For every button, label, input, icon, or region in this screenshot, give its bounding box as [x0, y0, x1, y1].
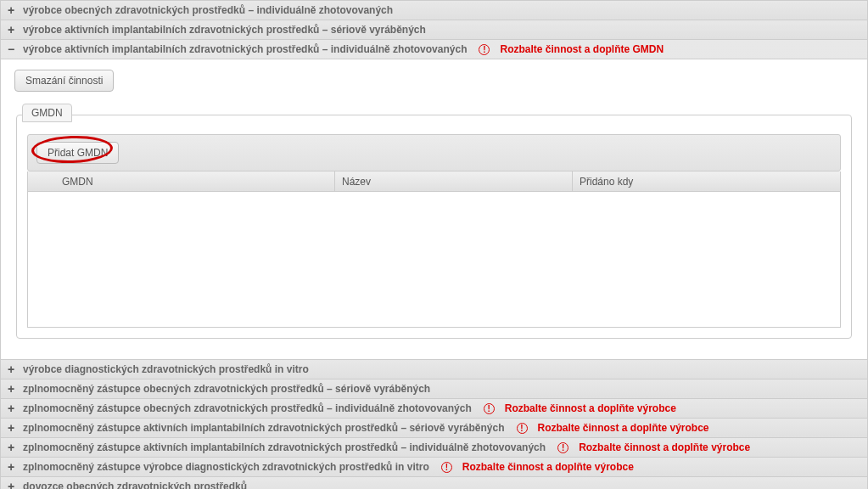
accordion-item: +zplnomocněný zástupce aktivních implant…: [0, 437, 868, 457]
warning-text: Rozbalte činnost a doplňte výrobce: [538, 422, 709, 434]
accordion-item: +zplnomocněný zástupce aktivních implant…: [0, 418, 868, 437]
accordion-header[interactable]: −výrobce aktivních implantabilních zdrav…: [1, 40, 867, 59]
plus-icon[interactable]: +: [6, 481, 16, 489]
accordion-title: zplnomocněný zástupce výrobce diagnostic…: [23, 461, 429, 473]
table-header-added: Přidáno kdy: [573, 171, 840, 192]
warning-icon: !: [479, 44, 490, 55]
accordion-item: +zplnomocněný zástupce obecných zdravotn…: [0, 398, 868, 418]
accordion-header[interactable]: +zplnomocněný zástupce výrobce diagnosti…: [1, 458, 867, 476]
plus-icon[interactable]: +: [6, 24, 16, 36]
accordion-title: dovozce obecných zdravotnických prostřed…: [23, 481, 247, 489]
plus-icon[interactable]: +: [6, 383, 16, 395]
warning-text: Rozbalte činnost a doplňte výrobce: [462, 461, 634, 473]
plus-icon[interactable]: +: [6, 402, 16, 414]
warning-text: Rozbalte činnost a doplňte výrobce: [579, 441, 750, 453]
accordion-title: zplnomocněný zástupce obecných zdravotni…: [23, 402, 472, 414]
plus-icon[interactable]: +: [6, 441, 16, 453]
accordion-header[interactable]: +výrobce obecných zdravotnických prostře…: [1, 1, 867, 20]
accordion-title: zplnomocněný zástupce aktivních implanta…: [23, 422, 505, 434]
accordion-header[interactable]: +výrobce diagnostických zdravotnických p…: [1, 360, 867, 379]
accordion-item: +zplnomocněný zástupce výrobce diagnosti…: [0, 457, 868, 476]
minus-icon[interactable]: −: [6, 43, 16, 55]
warning-icon: !: [517, 423, 528, 434]
warning-text: Rozbalte činnost a doplňte GMDN: [500, 43, 664, 55]
gmdn-legend: GMDN: [22, 104, 72, 122]
accordion-title: výrobce aktivních implantabilních zdravo…: [23, 43, 467, 55]
gmdn-table-body[interactable]: [27, 192, 841, 328]
accordion-item: −výrobce aktivních implantabilních zdrav…: [0, 39, 868, 359]
accordion-header[interactable]: +výrobce aktivních implantabilních zdrav…: [1, 20, 867, 39]
table-header-name: Název: [335, 171, 573, 192]
gmdn-table-header: GMDN Název Přidáno kdy: [27, 171, 841, 192]
plus-icon[interactable]: +: [6, 422, 16, 434]
accordion-title: zplnomocněný zástupce obecných zdravotni…: [23, 383, 430, 395]
plus-icon[interactable]: +: [6, 363, 16, 375]
warning-icon: !: [557, 442, 568, 453]
accordion-header[interactable]: +zplnomocněný zástupce obecných zdravotn…: [1, 399, 867, 418]
accordion-title: výrobce diagnostických zdravotnických pr…: [23, 363, 309, 375]
accordion-title: výrobce aktivních implantabilních zdravo…: [23, 24, 426, 36]
warning-text: Rozbalte činnost a doplňte výrobce: [505, 402, 676, 414]
accordion-item: +výrobce diagnostických zdravotnických p…: [0, 359, 868, 379]
accordion-header[interactable]: +dovozce obecných zdravotnických prostře…: [1, 477, 867, 489]
accordion-item: +zplnomocněný zástupce obecných zdravotn…: [0, 379, 868, 398]
accordion-header[interactable]: +zplnomocněný zástupce obecných zdravotn…: [1, 379, 867, 398]
plus-icon[interactable]: +: [6, 4, 16, 16]
table-header-gmdn: GMDN: [55, 171, 335, 192]
accordion-item: +výrobce aktivních implantabilních zdrav…: [0, 20, 868, 39]
accordion-title: zplnomocněný zástupce aktivních implanta…: [23, 441, 546, 453]
plus-icon[interactable]: +: [6, 461, 16, 473]
accordion-title: výrobce obecných zdravotnických prostřed…: [23, 4, 393, 16]
gmdn-fieldset: GMDN Přidat GMDN GMDN Název Přidáno kdy: [16, 105, 852, 339]
accordion-item: +výrobce obecných zdravotnických prostře…: [0, 0, 868, 20]
accordion-item: +dovozce obecných zdravotnických prostře…: [0, 476, 868, 489]
accordion-body: Smazání činnosti GMDN Přidat GMDN GMDN N…: [1, 59, 867, 359]
delete-activity-button[interactable]: Smazání činnosti: [14, 70, 114, 92]
warning-icon: !: [484, 403, 495, 414]
accordion-header[interactable]: +zplnomocněný zástupce aktivních implant…: [1, 419, 867, 437]
gmdn-toolbar: Přidat GMDN: [27, 134, 841, 171]
warning-icon: !: [441, 462, 452, 473]
accordion-header[interactable]: +zplnomocněný zástupce aktivních implant…: [1, 438, 867, 457]
add-gmdn-button[interactable]: Přidat GMDN: [36, 142, 119, 164]
